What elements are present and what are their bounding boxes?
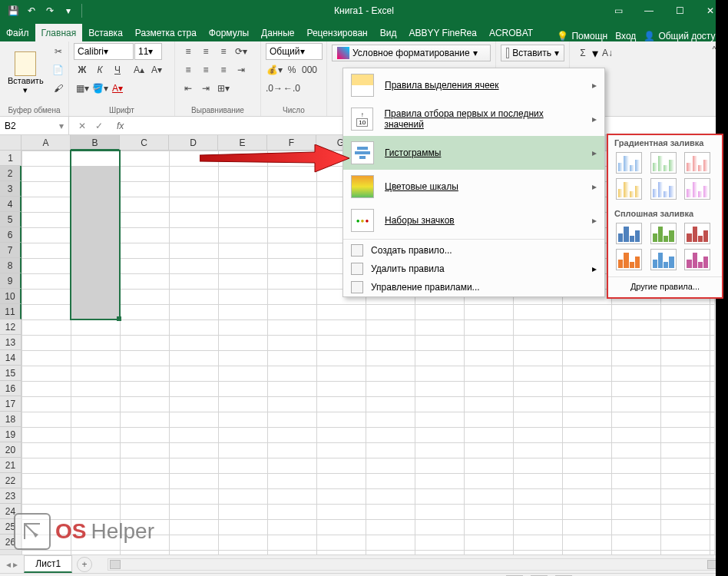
column-header[interactable]: C — [120, 135, 169, 151]
underline-button[interactable]: Ч — [109, 61, 126, 78]
align-bottom-button[interactable]: ≡ — [215, 43, 232, 60]
format-painter-button[interactable]: 🖌 — [50, 80, 67, 97]
data-bar-gradient-option[interactable] — [616, 152, 642, 174]
tab-view[interactable]: Вид — [374, 24, 403, 41]
row-header[interactable]: 4 — [0, 197, 22, 212]
column-header[interactable]: B — [71, 135, 120, 151]
qat-dropdown[interactable]: ▾ — [60, 2, 77, 19]
tab-abbyy[interactable]: ABBYY FineRea — [402, 24, 483, 41]
orientation-button[interactable]: ⟳▾ — [233, 43, 250, 60]
scroll-left-button[interactable] — [110, 560, 121, 569]
data-bar-gradient-option[interactable] — [684, 152, 710, 174]
select-all-button[interactable] — [0, 135, 22, 151]
cf-manage-rules-item[interactable]: Управление правилами... — [343, 278, 604, 296]
paste-button[interactable]: Вставить ▾ — [5, 43, 47, 103]
row-header[interactable]: 18 — [0, 412, 22, 427]
share-button[interactable]: 👤Общий доступ — [644, 31, 720, 41]
sheet-nav[interactable]: ◂ ▸ — [0, 559, 24, 570]
tab-home[interactable]: Главная — [35, 24, 83, 41]
data-bar-solid-option[interactable] — [616, 223, 642, 244]
name-box[interactable]: B2▾ — [0, 117, 69, 134]
row-header[interactable]: 21 — [0, 458, 22, 473]
font-size-combo[interactable]: 11 ▾ — [134, 43, 162, 60]
align-top-button[interactable]: ≡ — [180, 43, 197, 60]
bold-button[interactable]: Ж — [74, 61, 91, 78]
row-header[interactable]: 10 — [0, 289, 22, 304]
comma-button[interactable]: 000 — [301, 61, 318, 78]
cf-highlight-cells-item[interactable]: Правила выделения ячеек ▸ — [343, 68, 604, 102]
italic-button[interactable]: К — [91, 61, 108, 78]
row-header[interactable]: 26 — [0, 535, 22, 550]
cf-icon-sets-item[interactable]: ●●● Наборы значков ▸ — [343, 204, 604, 237]
row-header[interactable]: 8 — [0, 258, 22, 273]
sheet-tab[interactable]: Лист1 — [24, 555, 72, 573]
save-button[interactable]: 💾 — [5, 2, 22, 19]
tab-acrobat[interactable]: ACROBAT — [483, 24, 539, 41]
cf-clear-rules-item[interactable]: Удалить правила ▸ — [343, 260, 604, 278]
undo-button[interactable]: ↶ — [23, 2, 40, 19]
row-header[interactable]: 16 — [0, 381, 22, 396]
decrease-decimal-button[interactable]: ←.0 — [283, 80, 300, 97]
row-header[interactable]: 11 — [0, 304, 22, 319]
redo-button[interactable]: ↷ — [41, 2, 58, 19]
data-bar-gradient-option[interactable] — [684, 178, 710, 200]
add-sheet-button[interactable]: + — [77, 557, 92, 572]
row-header[interactable]: 17 — [0, 396, 22, 412]
cf-data-bars-item[interactable]: Гистограммы ▸ — [343, 136, 604, 170]
wrap-text-button[interactable]: ⇥ — [233, 61, 250, 78]
cancel-formula-button[interactable]: ✕ — [74, 121, 91, 131]
data-bar-gradient-option[interactable] — [650, 178, 677, 200]
decrease-size-button[interactable]: A▾ — [148, 61, 165, 78]
maximize-button[interactable]: ☐ — [665, 1, 694, 21]
data-bar-solid-option[interactable] — [684, 249, 710, 270]
align-left-button[interactable]: ≡ — [180, 61, 197, 78]
increase-indent-button[interactable]: ⇥ — [197, 80, 214, 97]
tab-data[interactable]: Данные — [255, 24, 300, 41]
sign-in[interactable]: Вход — [615, 31, 636, 41]
sort-filter-button[interactable]: A↓ — [599, 45, 616, 61]
align-middle-button[interactable]: ≡ — [197, 43, 214, 60]
number-format-combo[interactable]: Общий ▾ — [266, 43, 323, 60]
row-header[interactable]: 14 — [0, 350, 22, 366]
decrease-indent-button[interactable]: ⇤ — [180, 80, 197, 97]
font-name-combo[interactable]: Calibri ▾ — [74, 43, 134, 60]
minimize-button[interactable]: — — [634, 1, 663, 21]
row-header[interactable]: 2 — [0, 166, 22, 181]
tab-formulas[interactable]: Формулы — [203, 24, 255, 41]
ribbon-options-button[interactable]: ▭ — [604, 1, 633, 21]
merge-button[interactable]: ⊞▾ — [215, 80, 232, 97]
data-bar-solid-option[interactable] — [616, 249, 642, 270]
increase-decimal-button[interactable]: .0→ — [266, 80, 283, 97]
column-header[interactable]: E — [218, 135, 267, 151]
cf-top-bottom-item[interactable]: ↑10 Правила отбора первых и последних зн… — [343, 102, 604, 136]
tell-me[interactable]: 💡Помощн — [557, 31, 607, 41]
copy-button[interactable]: 📄 — [50, 61, 67, 78]
increase-size-button[interactable]: A▴ — [131, 61, 147, 78]
data-bar-gradient-option[interactable] — [650, 152, 677, 174]
row-header[interactable]: 19 — [0, 427, 22, 442]
row-header[interactable]: 15 — [0, 366, 22, 381]
percent-button[interactable]: % — [283, 61, 300, 78]
insert-cells-button[interactable]: Вставить ▾ — [501, 45, 564, 61]
column-header[interactable]: A — [22, 135, 71, 151]
enter-formula-button[interactable]: ✓ — [91, 121, 108, 131]
row-header[interactable]: 22 — [0, 473, 22, 488]
row-header[interactable]: 7 — [0, 243, 22, 258]
more-rules-link[interactable]: Другие правила... — [608, 276, 722, 296]
tab-review[interactable]: Рецензирован — [300, 24, 373, 41]
data-bar-gradient-option[interactable] — [616, 178, 642, 200]
row-header[interactable]: 9 — [0, 273, 22, 289]
autosum-button[interactable]: Σ — [574, 45, 591, 61]
conditional-formatting-button[interactable]: Условное форматирование ▾ — [332, 45, 491, 61]
row-header[interactable]: 6 — [0, 227, 22, 243]
row-header[interactable]: 3 — [0, 181, 22, 197]
column-header[interactable]: D — [169, 135, 218, 151]
row-header[interactable]: 12 — [0, 319, 22, 335]
tab-file[interactable]: Файл — [0, 24, 35, 41]
align-center-button[interactable]: ≡ — [197, 61, 214, 78]
cf-color-scales-item[interactable]: Цветовые шкалы ▸ — [343, 170, 604, 204]
fill-color-button[interactable]: 🪣▾ — [91, 80, 108, 97]
row-header[interactable]: 13 — [0, 335, 22, 350]
tab-page-layout[interactable]: Разметка стра — [129, 24, 203, 41]
data-bar-solid-option[interactable] — [650, 223, 677, 244]
